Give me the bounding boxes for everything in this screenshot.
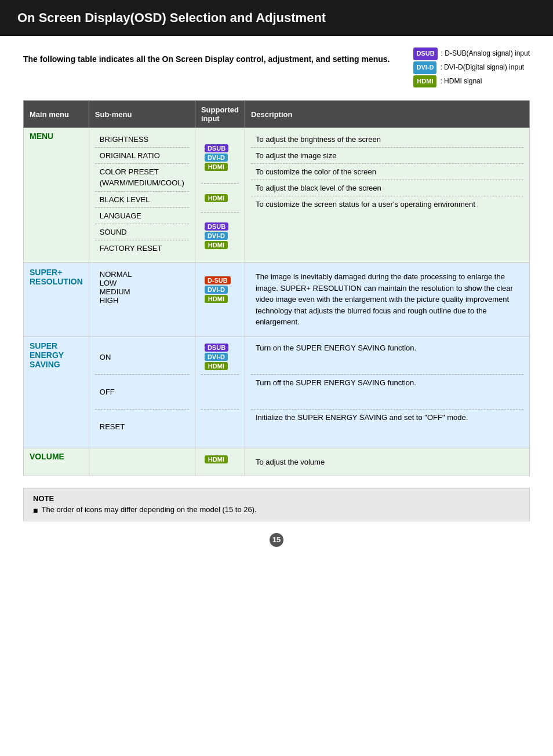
menu-input-cell: DSUB DVI-D HDMI HDMI DSUB DVI-D HDMI [195, 128, 245, 263]
desc-color-preset: To customize the color of the screen [251, 164, 523, 180]
input-group-lang: DSUB DVI-D HDMI [201, 213, 239, 259]
desc-energy-off: Turn off the SUPER ENERGY SAVING functio… [251, 375, 523, 410]
super-res-label: SUPER+RESOLUTION [30, 268, 83, 286]
table-row-super-energy: SUPERENERGYSAVING ON OFF RESET DSUB DVI-… [24, 336, 530, 448]
badge-dsub-menu1: DSUB [205, 144, 228, 152]
input-group-energy: DSUB DVI-D HDMI [201, 340, 239, 375]
sub-language: LANGUAGE [95, 208, 189, 224]
table-row-super-res: SUPER+RESOLUTION NORMALLOWMEDIUMHIGH D-S… [24, 263, 530, 337]
legend-hdmi-text: : HDMI signal [440, 75, 482, 88]
badge-dsub-red: D-SUB [205, 276, 231, 284]
input-off-empty [201, 375, 239, 410]
badge-dvid-lang: DVI-D [205, 232, 228, 240]
menu-desc-cell: To adjust the brightness of the screen T… [245, 128, 529, 263]
desc-lang-sound-factory: To customize the screen status for a use… [251, 196, 523, 213]
badge-dsub-lang: DSUB [205, 222, 228, 231]
sub-factory-reset: FACTORY RESET [95, 240, 189, 257]
page-number-container: 15 [23, 533, 530, 547]
badge-dvid-superres: DVI-D [205, 286, 228, 294]
main-menu-label: MENU [24, 128, 89, 263]
super-energy-input: DSUB DVI-D HDMI [195, 336, 245, 448]
sub-sound: SOUND [95, 224, 189, 240]
sub-original-ratio: ORIGINAL RATIO [95, 148, 189, 164]
th-supported-input: Supported input [195, 101, 245, 128]
note-text: The order of icons may differ depending … [41, 505, 256, 514]
note-title: NOTE [33, 494, 520, 503]
desc-energy-on: Turn on the SUPER ENERGY SAVING function… [251, 340, 523, 375]
sub-reset: RESET [95, 410, 189, 444]
input-group-1: DSUB DVI-D HDMI [201, 132, 239, 184]
note-bullet-icon: ■ [33, 506, 38, 515]
desc-volume: To adjust the volume [251, 452, 523, 473]
legend-hdmi: HDMI : HDMI signal [413, 75, 530, 88]
super-res-main: SUPER+RESOLUTION [24, 263, 89, 337]
menu-main-label: MENU [30, 132, 53, 141]
badge-dsub: DSUB [413, 48, 437, 60]
legend-dsub: DSUB : D-SUB(Analog signal) input [413, 48, 530, 60]
sub-black-level: BLACK LEVEL [95, 192, 189, 208]
sub-color-preset: COLOR PRESET(WARM/MEDIUM/COOL) [95, 164, 189, 191]
super-energy-main: SUPERENERGYSAVING [24, 336, 89, 448]
legend-dsub-text: : D-SUB(Analog signal) input [441, 48, 530, 60]
legend-dvid: DVI-D : DVI-D(Digital signal) input [413, 61, 530, 74]
desc-brightness: To adjust the brightness of the screen [251, 132, 523, 148]
legend: DSUB : D-SUB(Analog signal) input DVI-D … [413, 48, 530, 89]
page-number: 15 [270, 533, 283, 547]
desc-black-level: To adjust the black level of the screen [251, 180, 523, 196]
note-item: ■ The order of icons may differ dependin… [33, 505, 520, 515]
table-row-menu: MENU BRIGHTNESS ORIGINAL RATIO COLOR PRE… [24, 128, 530, 263]
super-energy-desc: Turn on the SUPER ENERGY SAVING function… [245, 336, 529, 448]
input-group-super-res: D-SUB DVI-D HDMI [201, 266, 239, 313]
badge-dvid: DVI-D [413, 61, 436, 74]
super-res-input: D-SUB DVI-D HDMI [195, 263, 245, 337]
volume-label: VOLUME [30, 452, 64, 461]
badge-hdmi-energy: HDMI [205, 362, 228, 370]
badge-hdmi-menu1: HDMI [205, 163, 228, 171]
volume-sub [89, 448, 195, 476]
input-group-black: HDMI [201, 184, 239, 213]
th-description: Description [245, 101, 529, 128]
desc-original-ratio: To adjust the image size [251, 148, 523, 164]
badge-hdmi: HDMI [413, 75, 436, 88]
badge-hdmi-black: HDMI [205, 194, 228, 202]
super-energy-sub: ON OFF RESET [89, 336, 195, 448]
super-res-desc: The image is inevitably damaged during t… [245, 263, 529, 337]
note-box: NOTE ■ The order of icons may differ dep… [23, 488, 530, 521]
sub-brightness: BRIGHTNESS [95, 132, 189, 148]
sub-off: OFF [95, 375, 189, 410]
volume-input: HDMI [195, 448, 245, 476]
page-header: On Screen Display(OSD) Selection and Adj… [0, 0, 553, 36]
osd-table: Main menu Sub-menu Supported input Descr… [23, 100, 530, 476]
badge-dsub-energy: DSUB [205, 344, 228, 352]
legend-dvid-text: : DVI-D(Digital signal) input [440, 61, 524, 74]
desc-energy-reset: Initialize the SUPER ENERGY SAVING and s… [251, 410, 523, 444]
badge-hdmi-lang: HDMI [205, 241, 228, 249]
super-res-sub: NORMALLOWMEDIUMHIGH [89, 263, 195, 337]
menu-sub-cell: BRIGHTNESS ORIGINAL RATIO COLOR PRESET(W… [89, 128, 195, 263]
page-title: On Screen Display(OSD) Selection and Adj… [17, 10, 326, 25]
input-group-volume: HDMI [201, 452, 239, 467]
volume-main: VOLUME [24, 448, 89, 476]
badge-hdmi-volume: HDMI [205, 455, 228, 463]
input-reset-empty [201, 410, 239, 444]
sub-normal: NORMALLOWMEDIUMHIGH [95, 266, 189, 308]
th-main-menu: Main menu [24, 101, 89, 128]
volume-desc: To adjust the volume [245, 448, 529, 476]
th-sub-menu: Sub-menu [89, 101, 195, 128]
badge-hdmi-superres: HDMI [205, 295, 228, 303]
table-row-volume: VOLUME HDMI To adjust the volume [24, 448, 530, 476]
badge-dvid-menu1: DVI-D [205, 154, 228, 162]
badge-dvid-energy: DVI-D [205, 353, 228, 361]
desc-super-res: The image is inevitably damaged during t… [251, 266, 523, 333]
super-energy-label: SUPERENERGYSAVING [30, 341, 64, 369]
sub-on: ON [95, 340, 189, 375]
